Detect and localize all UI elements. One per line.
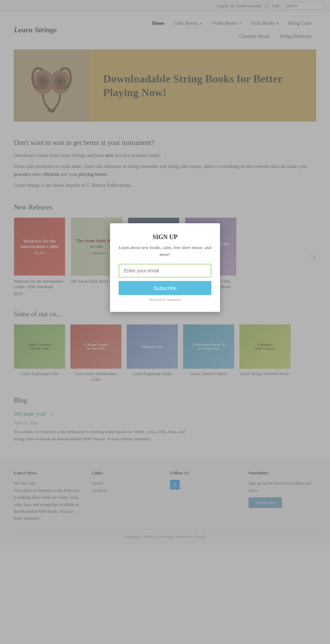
signup-modal: SIGN UP Learn about new books, sales, fr… [110,223,220,312]
modal-subtext: Learn about new books, sales, free sheet… [119,244,211,258]
modal-overlay[interactable]: SIGN UP Learn about new books, sales, fr… [0,0,330,545]
modal-heading: SIGN UP [119,234,211,241]
modal-subscribe-button[interactable]: Subscribe [119,281,211,295]
modal-email-input[interactable] [119,264,211,278]
modal-powered-by: Powered by Omnisend [119,298,211,302]
